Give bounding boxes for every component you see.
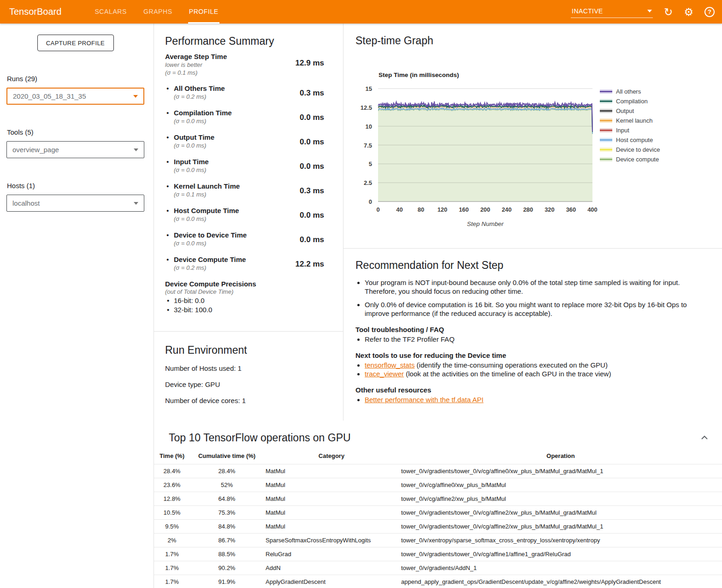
step-time-chart: 02.557.51012.515040801201602002402803203… xyxy=(343,79,722,245)
cell-time: 23.6% xyxy=(154,478,190,492)
runs-select-value: 2020_03_05_18_31_35 xyxy=(13,92,86,100)
hosts-select-value: localhost xyxy=(12,199,40,207)
next-tools-heading: Next tools to use for reducing the Devic… xyxy=(355,351,705,359)
legend-item[interactable]: Host compute xyxy=(600,135,660,145)
hosts-select[interactable]: localhost xyxy=(6,195,144,212)
metric-list: • All Others Time (σ = 0.2 ms) 0.3 ms • … xyxy=(165,84,343,273)
tool-link-description: (look at the activities on the timeline … xyxy=(404,370,611,378)
cell-category: MatMul xyxy=(264,464,399,478)
metric-value: 0.0 ms xyxy=(300,137,324,147)
tab-bar: SCALARS GRAPHS PROFILE xyxy=(94,0,234,24)
cell-cumulative: 28.4% xyxy=(190,464,264,478)
metric-row: • Host Compute Time (σ = 0.0 ms) 0.0 ms xyxy=(165,207,343,225)
metric-value: 0.0 ms xyxy=(300,113,324,122)
top-ops-table: Time (%) Cumulative time (%) Category Op… xyxy=(154,450,722,588)
tool-link[interactable]: trace_viewer xyxy=(365,370,404,378)
run-environment-line: Number of Hosts used: 1 xyxy=(165,364,343,373)
performance-summary-title: Performance Summary xyxy=(165,24,343,48)
cell-category: MatMul xyxy=(264,506,399,520)
legend-item[interactable]: Kernel launch xyxy=(600,116,660,125)
column-header-time: Time (%) xyxy=(154,450,190,464)
runs-select[interactable]: 2020_03_05_18_31_35 xyxy=(6,88,144,105)
svg-text:360: 360 xyxy=(566,206,576,213)
tool-link[interactable]: Better performance with the tf.data API xyxy=(365,396,484,404)
app-title: TensorBoard xyxy=(9,6,61,17)
runs-label: Runs (29) xyxy=(7,75,144,83)
cell-cumulative: 52% xyxy=(190,478,264,492)
legend-item[interactable]: All others xyxy=(600,87,660,96)
metric-value: 0.3 ms xyxy=(300,89,324,98)
metric-row: • Output Time (σ = 0.0 ms) 0.0 ms xyxy=(165,133,343,151)
legend-label: Input xyxy=(616,127,629,134)
sidebar: CAPTURE PROFILE Runs (29) 2020_03_05_18_… xyxy=(0,24,154,588)
recommendation-title: Recommendation for Next Step xyxy=(355,249,705,272)
cell-category: SparseSoftmaxCrossEntropyWithLogits xyxy=(264,534,399,547)
step-time-graph-title: Step-time Graph xyxy=(355,35,433,47)
cell-cumulative: 75.3% xyxy=(190,506,264,520)
tool-link[interactable]: tensorflow_stats xyxy=(365,361,414,369)
svg-text:320: 320 xyxy=(544,206,555,213)
table-row: 23.6% 52% MatMul tower_0/v/cg/affine0/xw… xyxy=(154,478,722,492)
cell-operation: append_apply_gradient_ops/GradientDescen… xyxy=(399,575,722,588)
tab-scalars[interactable]: SCALARS xyxy=(94,0,128,24)
cell-cumulative: 64.8% xyxy=(190,492,264,506)
capture-profile-button[interactable]: CAPTURE PROFILE xyxy=(37,35,114,51)
run-environment-section: Run Environment Number of Hosts used: 1D… xyxy=(154,332,343,421)
legend-label: Host compute xyxy=(616,137,653,143)
status-dropdown-value: INACTIVE xyxy=(572,7,603,15)
svg-text:200: 200 xyxy=(480,206,491,213)
metric-value: 0.0 ms xyxy=(300,235,324,244)
metric-row: • Device Compute Time (σ = 0.2 ms) 12.2 … xyxy=(165,255,343,273)
svg-text:120: 120 xyxy=(438,206,448,213)
cell-cumulative: 88.5% xyxy=(190,547,264,561)
summary-column: Performance Summary Average Step Time lo… xyxy=(154,24,343,421)
refresh-icon[interactable]: ↻ xyxy=(664,6,673,18)
legend-swatch-icon xyxy=(600,89,612,94)
run-environment-title: Run Environment xyxy=(165,332,343,356)
performance-summary-section: Performance Summary Average Step Time lo… xyxy=(154,24,343,331)
table-row: 2% 86.7% SparseSoftmaxCrossEntropyWithLo… xyxy=(154,534,722,547)
cell-category: AddN xyxy=(264,561,399,575)
legend-swatch-icon xyxy=(600,128,612,132)
other-resources-heading: Other useful resources xyxy=(355,386,705,394)
help-icon[interactable]: ? xyxy=(704,7,715,17)
metric-row: • Compilation Time (σ = 0.0 ms) 0.0 ms xyxy=(165,109,343,127)
average-step-time: Average Step Time lower is better (σ = 0… xyxy=(165,53,343,77)
metric-value: 12.2 ms xyxy=(296,260,324,269)
legend-item[interactable]: Device compute xyxy=(600,154,660,164)
bullet-icon: • xyxy=(166,255,169,263)
cell-cumulative: 91.9% xyxy=(190,575,264,588)
tab-graphs[interactable]: GRAPHS xyxy=(142,0,173,24)
legend-label: Device compute xyxy=(616,156,659,163)
tab-profile[interactable]: PROFILE xyxy=(188,0,219,24)
legend-item[interactable]: Output xyxy=(600,106,660,116)
svg-text:400: 400 xyxy=(587,206,598,213)
tools-select[interactable]: overview_page xyxy=(6,141,144,158)
legend-item[interactable]: Device to device xyxy=(600,145,660,154)
status-dropdown[interactable]: INACTIVE xyxy=(571,6,653,18)
hosts-label: Hosts (1) xyxy=(7,182,144,190)
legend-item[interactable]: Input xyxy=(600,125,660,135)
cell-category: ApplyGradientDescent xyxy=(264,575,399,588)
table-row: 12.8% 64.8% MatMul tower_0/v/cg/affine2/… xyxy=(154,492,722,506)
settings-icon[interactable]: ⚙ xyxy=(684,6,693,18)
precisions-title: Device Compute Precisions xyxy=(165,280,343,288)
header-actions: INACTIVE ↻ ⚙ ? xyxy=(571,6,715,18)
bullet-icon: • xyxy=(166,109,169,117)
column-header-category: Category xyxy=(264,450,399,464)
legend-item[interactable]: Compilation xyxy=(600,96,660,106)
cell-operation: tower_0/v/xentropy/sparse_softmax_cross_… xyxy=(399,534,722,547)
svg-text:160: 160 xyxy=(459,206,469,213)
bullet-icon: • xyxy=(166,207,169,214)
top-ops-title: Top 10 TensorFlow operations on GPU xyxy=(169,432,722,444)
chevron-down-icon xyxy=(647,10,652,12)
svg-text:5: 5 xyxy=(369,160,372,167)
legend-label: All others xyxy=(616,88,641,95)
legend-label: Output xyxy=(616,107,634,114)
svg-text:15: 15 xyxy=(366,85,372,92)
legend-label: Compilation xyxy=(616,98,648,105)
run-environment-line: Device type: GPU xyxy=(165,380,343,389)
collapse-section-icon[interactable] xyxy=(701,434,708,441)
table-row: 9.5% 84.8% MatMul tower_0/v/gradients/to… xyxy=(154,520,722,534)
recommendation-bullet: Only 0.0% of device computation is 16 bi… xyxy=(365,300,705,318)
